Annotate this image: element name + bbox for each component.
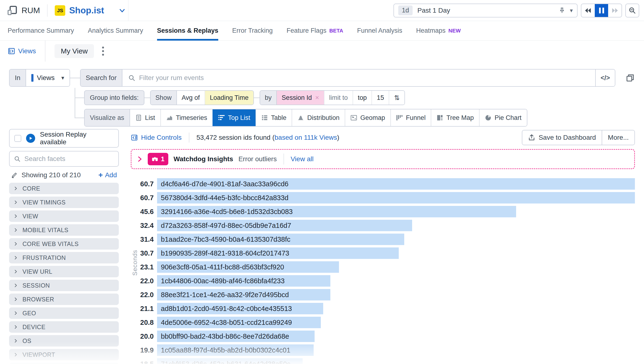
- aggregation-select[interactable]: Avg of: [177, 91, 205, 104]
- tab[interactable]: Sessions & Replays: [157, 21, 218, 40]
- limit-value-select[interactable]: 15: [372, 91, 389, 104]
- toplist-row[interactable]: 60.7 567380d4-3dfd-44e5-b3fc-bbcc842a833…: [131, 192, 635, 204]
- row-bar[interactable]: 88ee3f21-1ce1-4e26-aa32-9f2e7d495bcd: [157, 289, 330, 300]
- facet-category[interactable]: CORE WEB VITALS: [9, 238, 119, 250]
- row-bar[interactable]: 1c05aa88-f97d-4b5b-ab2d-b0b0302c4c01: [157, 344, 314, 356]
- row-bar[interactable]: 906e3cf8-05a1-411f-bc88-d563bf3cf920: [157, 261, 339, 273]
- facet-category[interactable]: MOBILE VITALS: [9, 224, 119, 236]
- row-bar[interactable]: ad8b1d01-2cd0-4591-8c42-c0bc4e435513: [157, 303, 323, 314]
- toplist-row[interactable]: 32.4 d72a3263-858f-497d-88ec-05db9e7a16d…: [131, 220, 635, 231]
- remove-field-icon[interactable]: ×: [315, 94, 319, 102]
- row-bar[interactable]: 4de5006e-6952-4c38-b051-ccd21ca99249: [157, 317, 321, 328]
- views-panel-toggle[interactable]: Views: [8, 47, 36, 55]
- viz-option[interactable]: Geomap: [345, 110, 390, 126]
- toplist-row[interactable]: 22.0 1cb44806-00ac-489b-af46-fc86bfa4f23…: [131, 275, 635, 286]
- facet-category[interactable]: GEO: [9, 308, 119, 319]
- facet-category[interactable]: DEVICE: [9, 321, 119, 333]
- toplist-row[interactable]: 45.6 32914166-a36e-4cd5-b6e8-1d532d3cb08…: [131, 206, 635, 217]
- app-switcher[interactable]: RUM JS Shop.ist: [7, 4, 126, 17]
- viz-option[interactable]: Table: [255, 110, 292, 126]
- row-bar[interactable]: 71cbf653-d26c-452a-b631-64e42d38a50c: [157, 358, 303, 364]
- row-bar[interactable]: d4cf6a46-d7de-4901-81af-3aac33a96cd6: [157, 178, 635, 190]
- forward-button[interactable]: [608, 4, 621, 17]
- session-replay-checkbox[interactable]: [14, 135, 21, 142]
- row-bar[interactable]: bb0bff90-bad2-43bd-b86c-8ee7d26da68e: [157, 330, 314, 342]
- row-bar[interactable]: 567380d4-3dfd-44e5-b3fc-bbcc842a833d: [157, 192, 635, 204]
- pause-button[interactable]: [595, 4, 608, 17]
- viz-option[interactable]: Top List: [212, 110, 255, 126]
- row-bar[interactable]: d72a3263-858f-497d-88ec-05db9e7a16d7: [157, 220, 412, 231]
- save-to-dashboard-button[interactable]: Save to Dashboard: [522, 130, 602, 145]
- toplist-row[interactable]: 20.0 bb0bff90-bad2-43bd-b86c-8ee7d26da68…: [131, 330, 635, 342]
- views-bar: Views My View: [0, 40, 644, 62]
- facet-category[interactable]: SESSION: [9, 280, 119, 291]
- viz-option[interactable]: Timeseries: [160, 110, 212, 126]
- row-bar[interactable]: 1cb44806-00ac-489b-af46-fc86bfa4f233: [157, 275, 330, 286]
- measure-select[interactable]: Loading Time: [205, 91, 253, 104]
- tab[interactable]: Analytics Summary: [88, 21, 143, 40]
- watchdog-view-all-link[interactable]: View all: [291, 155, 314, 163]
- facet-category[interactable]: CORE: [9, 183, 119, 194]
- toplist-row[interactable]: 23.1 906e3cf8-05a1-411f-bc88-d563bf3cf92…: [131, 261, 635, 273]
- session-replay-filter[interactable]: Session Replay available: [9, 129, 119, 148]
- limit-direction-select[interactable]: top: [353, 91, 372, 104]
- toplist-row[interactable]: 22.0 88ee3f21-1ce1-4e26-aa32-9f2e7d495bc…: [131, 289, 635, 300]
- tab[interactable]: Error Tracking: [232, 21, 273, 40]
- application-name[interactable]: Shop.ist: [69, 6, 104, 16]
- viz-option[interactable]: Tree Map: [431, 110, 479, 126]
- tab[interactable]: Funnel Analysis: [357, 21, 402, 40]
- toplist-row[interactable]: 31.4 b1aad2ce-7bc3-4590-b0a4-6135307d38f…: [131, 234, 635, 245]
- tab[interactable]: Performance Summary: [8, 21, 74, 40]
- row-session-id: bb0bff90-bad2-43bd-b86c-8ee7d26da68e: [157, 332, 289, 340]
- toplist-row[interactable]: 20.8 4de5006e-6952-4c38-b051-ccd21ca9924…: [131, 317, 635, 328]
- toplist-row[interactable]: 19.9 1c05aa88-f97d-4b5b-ab2d-b0b0302c4c0…: [131, 344, 635, 356]
- view-options-menu[interactable]: [102, 46, 104, 56]
- time-range-picker[interactable]: 1d Past 1 Day ▾: [394, 4, 577, 18]
- facet-category[interactable]: VIEW URL: [9, 266, 119, 277]
- chevron-down-icon[interactable]: ▾: [570, 7, 573, 14]
- facet-category[interactable]: BROWSER: [9, 294, 119, 305]
- facet-category[interactable]: VIEW: [9, 210, 119, 222]
- current-view-name[interactable]: My View: [55, 44, 94, 58]
- toplist-row[interactable]: 18.5 71cbf653-d26c-452a-b631-64e42d38a50…: [131, 358, 635, 364]
- row-bar[interactable]: 32914166-a36e-4cd5-b6e8-1d532d3cb083: [157, 206, 516, 217]
- toplist-row[interactable]: 21.1 ad8b1d01-2cd0-4591-8c42-c0bc4e43551…: [131, 303, 635, 314]
- hide-controls-button[interactable]: Hide Controls: [131, 134, 182, 142]
- facet-category[interactable]: VIEW TIMINGS: [9, 196, 119, 208]
- result-count-link[interactable]: based on 111k Views: [275, 134, 337, 141]
- toplist-row[interactable]: 60.7 d4cf6a46-d7de-4901-81af-3aac33a96cd…: [131, 178, 635, 190]
- edit-facets-icon[interactable]: [11, 172, 18, 178]
- row-bar[interactable]: b1990935-289f-4821-9318-604cf2017473: [157, 248, 399, 259]
- watchdog-insights-banner[interactable]: 1 Watchdog Insights Error outliers View …: [131, 149, 635, 169]
- facet-search-input[interactable]: [24, 155, 114, 163]
- add-facet-button[interactable]: + Add: [98, 170, 117, 179]
- scope-selector[interactable]: In Views ▾: [9, 69, 70, 87]
- more-button[interactable]: More...: [602, 130, 634, 145]
- copy-icon[interactable]: [625, 73, 635, 83]
- timeseries-icon: [166, 114, 173, 121]
- product-name: RUM: [22, 6, 40, 15]
- toplist-row[interactable]: 30.7 b1990935-289f-4821-9318-604cf201747…: [131, 248, 635, 259]
- row-bar[interactable]: b1aad2ce-7bc3-4590-b0a4-6135307d38fc: [157, 234, 404, 245]
- viz-option[interactable]: Funnel: [390, 110, 431, 126]
- tab[interactable]: Feature Flags BETA: [287, 21, 343, 40]
- facet-category[interactable]: VIEWPORT: [9, 349, 119, 360]
- pin-icon[interactable]: [558, 7, 566, 14]
- sort-order-button[interactable]: ⇅: [389, 91, 404, 104]
- group-field-chip[interactable]: Session Id ×: [277, 91, 324, 104]
- funnel-icon: [396, 114, 403, 121]
- viz-option[interactable]: Distribution: [292, 110, 345, 126]
- search-input[interactable]: [139, 74, 589, 82]
- viz-option[interactable]: Pie Chart: [479, 110, 527, 126]
- tab[interactable]: Heatmaps NEW: [416, 21, 461, 40]
- facet-category[interactable]: FRUSTRATION: [9, 252, 119, 264]
- facet-category[interactable]: OS: [9, 335, 119, 346]
- code-view-toggle[interactable]: </>: [595, 70, 615, 86]
- zoom-out-button[interactable]: [625, 4, 639, 18]
- facet-count-row: Showing 210 of 210 + Add: [9, 170, 119, 179]
- rewind-button[interactable]: [581, 4, 595, 17]
- chevron-down-icon[interactable]: [118, 6, 126, 14]
- row-track: 1cb44806-00ac-489b-af46-fc86bfa4f233: [157, 275, 635, 286]
- facet-category-partial[interactable]: [9, 363, 119, 364]
- viz-option[interactable]: List: [130, 110, 160, 126]
